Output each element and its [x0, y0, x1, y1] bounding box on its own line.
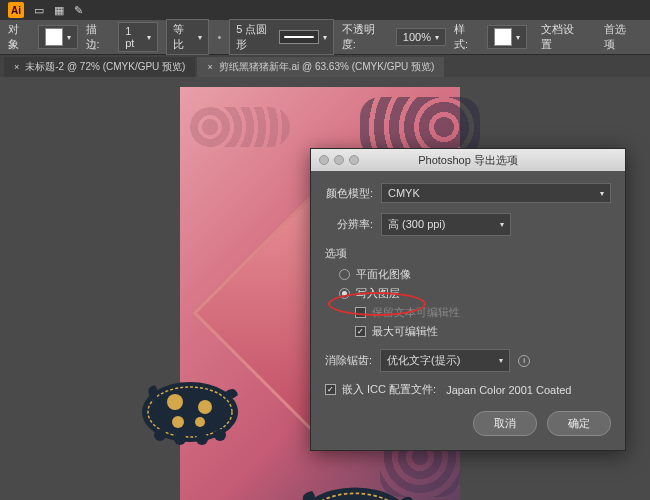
svg-point-6 — [154, 429, 166, 441]
preserve-text-option: 保留文本可编辑性 — [355, 305, 611, 320]
close-window-icon[interactable] — [319, 155, 329, 165]
decorative-cloud — [190, 107, 290, 147]
doc-setup-button[interactable]: 文档设置 — [535, 20, 590, 54]
fill-swatch-drop[interactable] — [38, 25, 78, 49]
style-label: 样式: — [454, 22, 479, 52]
svg-point-9 — [214, 429, 226, 441]
checkbox-icon — [355, 307, 366, 318]
style-swatch — [494, 28, 512, 46]
opacity-field[interactable]: 100% — [396, 28, 446, 46]
close-tab-icon[interactable]: × — [207, 62, 212, 72]
options-header: 选项 — [325, 246, 611, 261]
stroke-weight-field[interactable]: 1 pt — [118, 22, 158, 52]
checkbox-icon — [325, 384, 336, 395]
dialog-title: Photoshop 导出选项 — [418, 153, 518, 168]
svg-point-2 — [167, 394, 183, 410]
menu-icon-tool[interactable]: ✎ — [74, 4, 83, 17]
pig-artwork — [130, 367, 250, 447]
svg-point-7 — [174, 433, 186, 445]
icc-profile-name: Japan Color 2001 Coated — [446, 384, 571, 396]
tab-label: 未标题-2 @ 72% (CMYK/GPU 预览) — [25, 60, 185, 74]
app-logo: Ai — [8, 2, 24, 18]
uniform-drop[interactable]: 等比 — [166, 19, 209, 55]
checkbox-icon — [355, 326, 366, 337]
menu-icon-arrange[interactable]: ▦ — [54, 4, 64, 17]
flat-image-option[interactable]: 平面化图像 — [339, 267, 611, 282]
pig-artwork — [280, 472, 430, 500]
minimize-window-icon[interactable] — [334, 155, 344, 165]
stroke-label: 描边: — [86, 22, 111, 52]
resolution-label: 分辨率: — [325, 217, 373, 232]
cancel-button[interactable]: 取消 — [473, 411, 537, 436]
app-menubar: Ai ▭ ▦ ✎ — [0, 0, 650, 20]
opacity-label: 不透明度: — [342, 22, 388, 52]
radio-icon — [339, 288, 350, 299]
document-tab[interactable]: × 剪纸黑猪猪新年.ai @ 63.63% (CMYK/GPU 预览) — [197, 57, 444, 77]
options-toolbar: 对象 描边: 1 pt 等比 • 5 点圆形 不透明度: 100% 样式: 文档… — [0, 20, 650, 55]
menu-icon-window[interactable]: ▭ — [34, 4, 44, 17]
document-tabs: × 未标题-2 @ 72% (CMYK/GPU 预览) × 剪纸黑猪猪新年.ai… — [0, 55, 650, 77]
resolution-select[interactable]: 高 (300 ppi) — [381, 213, 511, 236]
tab-label: 剪纸黑猪猪新年.ai @ 63.63% (CMYK/GPU 预览) — [219, 60, 435, 74]
zoom-window-icon[interactable] — [349, 155, 359, 165]
brush-preview — [279, 30, 318, 44]
brush-drop[interactable]: 5 点圆形 — [229, 19, 333, 55]
color-model-select[interactable]: CMYK — [381, 183, 611, 203]
radio-icon — [339, 269, 350, 280]
close-tab-icon[interactable]: × — [14, 62, 19, 72]
dialog-titlebar[interactable]: Photoshop 导出选项 — [311, 149, 625, 171]
preferences-button[interactable]: 首选项 — [598, 20, 642, 54]
color-model-label: 颜色模型: — [325, 186, 373, 201]
object-label: 对象 — [8, 22, 30, 52]
document-tab[interactable]: × 未标题-2 @ 72% (CMYK/GPU 预览) — [4, 57, 195, 77]
svg-point-5 — [195, 417, 205, 427]
anti-alias-select[interactable]: 优化文字(提示) — [380, 349, 510, 372]
ok-button[interactable]: 确定 — [547, 411, 611, 436]
embed-icc-option[interactable]: 嵌入 ICC 配置文件: Japan Color 2001 Coated — [325, 382, 611, 397]
write-layers-option[interactable]: 写入图层 — [339, 286, 611, 301]
anti-alias-label: 消除锯齿: — [325, 353, 372, 368]
fill-swatch — [45, 28, 63, 46]
svg-point-8 — [196, 433, 208, 445]
style-swatch-drop[interactable] — [487, 25, 527, 49]
info-icon[interactable]: i — [518, 355, 530, 367]
svg-point-3 — [172, 416, 184, 428]
svg-point-4 — [198, 400, 212, 414]
export-options-dialog: Photoshop 导出选项 颜色模型: CMYK 分辨率: 高 (300 pp… — [310, 148, 626, 451]
max-editability-option[interactable]: 最大可编辑性 — [355, 324, 611, 339]
